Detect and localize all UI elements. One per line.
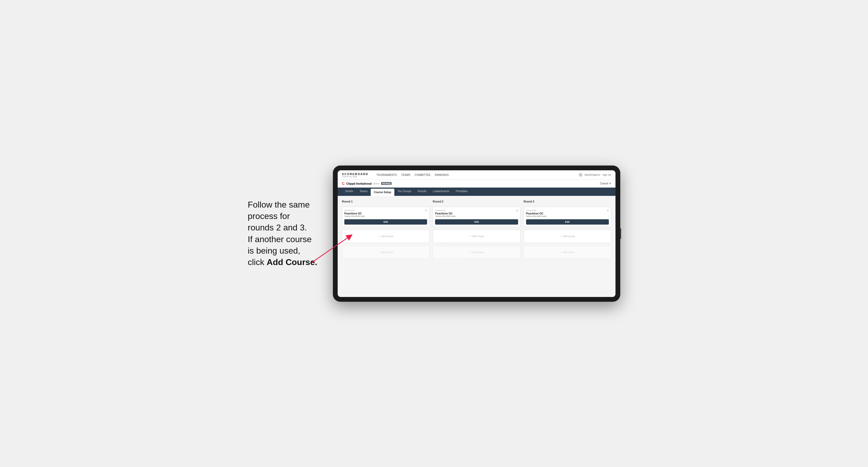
- round-1-edit-button[interactable]: Edit: [344, 219, 427, 225]
- round-3-column: Round 3 ⊙ (Course A) Peachtree GC Yellow…: [524, 200, 611, 259]
- top-nav: SCOREBOARD Powered by clippd TOURNAMENTS…: [338, 170, 616, 180]
- round-2-course-label: (Course A): [435, 209, 518, 212]
- round-2-add-course-1[interactable]: + Add Course: [433, 230, 520, 243]
- tablet-frame: SCOREBOARD Powered by clippd TOURNAMENTS…: [333, 165, 620, 302]
- round-2-course-card: ⊙ (Course A) Peachtree GC Yellow (M) (66…: [433, 207, 520, 227]
- round-1-course-card: ⊙ (Course A) Peachtree GC Yellow (M) (66…: [342, 207, 430, 227]
- round-3-course-label: (Course A): [526, 209, 609, 212]
- round-2-column: Round 2 ⊙ (Course A) Peachtree GC Yellow…: [433, 200, 520, 259]
- round-3-add-course-2[interactable]: + Add Course: [524, 246, 611, 259]
- tab-tee-groups[interactable]: Tee Groups: [394, 188, 414, 196]
- plus-icon-r3-2: +: [560, 251, 561, 254]
- instruction-text: Follow the same process for rounds 2 and…: [248, 199, 322, 268]
- nav-rankings[interactable]: RANKINGS: [435, 174, 448, 177]
- round-3-course-name: Peachtree GC: [526, 212, 609, 215]
- round-2-add-course-label-2: Add Course: [471, 251, 484, 254]
- round-1-add-course-1[interactable]: + Add Course: [342, 230, 430, 243]
- tab-details[interactable]: Details: [342, 188, 356, 196]
- plus-icon-r2-1: +: [469, 235, 470, 238]
- plus-icon-r1-1: +: [378, 235, 379, 238]
- logo-area: SCOREBOARD Powered by clippd: [342, 173, 368, 178]
- round-3-edit-button[interactable]: Edit: [526, 219, 609, 225]
- sign-out-link[interactable]: Sign out: [602, 174, 611, 176]
- nav-links: TOURNAMENTS TEAMS COMMITTEE RANKINGS: [376, 174, 573, 177]
- round-1-course-info: Yellow (M) (6629 yds): [344, 215, 427, 217]
- tab-leaderboards[interactable]: Leaderboards: [430, 188, 453, 196]
- round-1-add-course-label-2: Add Course: [381, 251, 394, 254]
- nav-teams[interactable]: TEAMS: [401, 174, 410, 177]
- round-3-add-course-label-1: Add Course: [562, 235, 575, 238]
- tab-teams[interactable]: Teams: [356, 188, 371, 196]
- round-1-add-course-label-1: Add Course: [381, 235, 394, 238]
- plus-icon-r2-2: +: [469, 251, 470, 254]
- cancel-button[interactable]: Cancel ✕: [600, 182, 611, 185]
- plus-icon-r3-1: +: [560, 235, 561, 238]
- logo-title: SCOREBOARD: [342, 173, 368, 176]
- user-avatar: [579, 173, 583, 177]
- round-3-title: Round 3: [524, 200, 611, 203]
- round-1-course-label: (Course A): [344, 209, 427, 212]
- gender-tag: (Men): [373, 182, 379, 185]
- tablet-screen: SCOREBOARD Powered by clippd TOURNAMENTS…: [338, 170, 616, 297]
- round-2-edit-button[interactable]: Edit: [435, 219, 518, 225]
- nav-right: blair@clippd.io Sign out: [579, 173, 611, 177]
- user-email: blair@clippd.io: [585, 174, 600, 176]
- c-logo: C: [342, 182, 345, 186]
- round-2-add-course-label-1: Add Course: [471, 235, 484, 238]
- round-2-course-info: Yellow (M) (6629 yds): [435, 215, 518, 217]
- tournament-title: Clippd Invitational: [346, 182, 371, 185]
- round-1-title: Round 1: [342, 200, 430, 203]
- hosting-badge: Hosting: [381, 182, 392, 185]
- round-3-add-course-label-2: Add Course: [562, 251, 575, 254]
- nav-tournaments[interactable]: TOURNAMENTS: [376, 174, 397, 177]
- round-1-add-course-2[interactable]: + Add Course: [342, 246, 430, 259]
- tab-course-setup[interactable]: Course Setup: [371, 189, 394, 196]
- round-2-add-course-2[interactable]: + Add Course: [433, 246, 520, 259]
- cancel-x-icon: ✕: [609, 182, 611, 185]
- rounds-grid: Round 1 ⊙ (Course A) Peachtree GC Yellow…: [342, 200, 611, 259]
- round-1-course-name: Peachtree GC: [344, 212, 427, 215]
- round-3-close-icon[interactable]: ⊙: [607, 209, 609, 212]
- nav-committee[interactable]: COMMITTEE: [414, 174, 431, 177]
- round-3-course-card: ⊙ (Course A) Peachtree GC Yellow (M) (66…: [524, 207, 611, 227]
- round-1-close-icon[interactable]: ⊙: [425, 209, 427, 212]
- plus-icon-r1-2: +: [378, 251, 379, 254]
- tablet-side-button: [620, 228, 621, 239]
- tab-printables[interactable]: Printables: [453, 188, 471, 196]
- round-2-close-icon[interactable]: ⊙: [516, 209, 518, 212]
- sub-header: C Clippd Invitational (Men) Hosting Canc…: [338, 180, 616, 188]
- round-3-course-info: Yellow (M) (6629 yds): [526, 215, 609, 217]
- tab-bar: Details Teams Course Setup Tee Groups Re…: [338, 188, 616, 196]
- round-3-add-course-1[interactable]: + Add Course: [524, 230, 611, 243]
- tab-results[interactable]: Results: [414, 188, 430, 196]
- tournament-name: C Clippd Invitational (Men) Hosting: [342, 182, 392, 186]
- main-content: Round 1 ⊙ (Course A) Peachtree GC Yellow…: [338, 196, 616, 297]
- round-2-title: Round 2: [433, 200, 520, 203]
- logo-subtitle: Powered by clippd: [342, 176, 368, 178]
- round-1-column: Round 1 ⊙ (Course A) Peachtree GC Yellow…: [342, 200, 430, 259]
- round-2-course-name: Peachtree GC: [435, 212, 518, 215]
